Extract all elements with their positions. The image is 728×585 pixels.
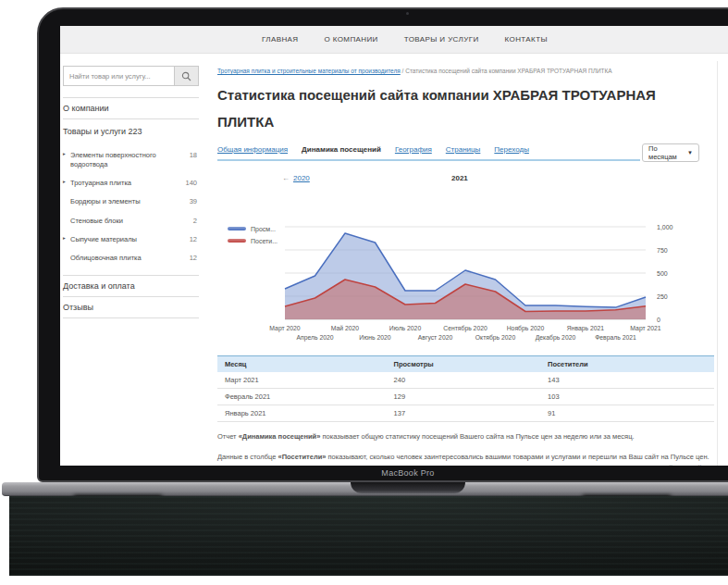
breadcrumb-current: Статистика посещений сайта компании ХРАБ… [405, 68, 611, 74]
sidebar-categories: ▸Элементы поверхностного водоотвода18▸Тр… [63, 146, 199, 268]
chart-legend: Просм...Посети... [228, 226, 278, 250]
current-year-label: 2021 [451, 174, 468, 182]
table-header: Месяц [217, 355, 387, 372]
chart-block: ← 2020 2021 Просм...Посети... 0250500750… [217, 165, 728, 346]
svg-text:Апрель 2020: Апрель 2020 [296, 334, 333, 342]
svg-text:Июнь 2020: Июнь 2020 [359, 334, 391, 341]
svg-text:Март 2020: Март 2020 [269, 325, 300, 332]
description-text: Отчет [217, 432, 239, 441]
tab-5[interactable]: Переходы [494, 145, 529, 154]
category-label: Сыпучие материалы [70, 235, 190, 244]
sidebar-item-products[interactable]: Товары и услуги 223 [63, 119, 199, 141]
products-label: Товары и услуги [63, 127, 126, 136]
svg-text:1,000: 1,000 [657, 223, 673, 230]
report-description-2: Данные в столбце «Посетители» показывают… [217, 452, 714, 467]
svg-text:750: 750 [657, 246, 668, 253]
prev-year-arrow-icon: ← [282, 174, 290, 182]
svg-text:Май 2020: Май 2020 [331, 325, 360, 331]
prev-year-link[interactable]: 2020 [293, 174, 310, 182]
category-count: 12 [190, 235, 199, 243]
sidebar-category[interactable]: ▸Сыпучие материалы12 [63, 230, 199, 249]
stats-table: МесяцПросмотрыПосетители Март 2021240143… [217, 355, 714, 422]
sidebar-category[interactable]: Бордюры и элементы39 [63, 193, 199, 211]
category-marker-icon: ▸ [63, 235, 70, 243]
table-cell: 91 [540, 405, 714, 421]
search-input[interactable] [63, 66, 174, 86]
legend-item-2[interactable]: Посети... [228, 238, 278, 244]
sidebar-category[interactable]: ▸Тротуарная плитка140 [63, 174, 199, 193]
period-dropdown[interactable]: По месяцам ▼ [642, 143, 699, 162]
macbook-label: MacBook Pro [381, 468, 434, 478]
legend-label: Посети... [251, 238, 278, 244]
table-cell: Март 2021 [217, 372, 387, 389]
visits-chart-svg: 02505007501,000Март 2020Апрель 2020Май 2… [285, 224, 698, 346]
svg-text:Февраль 2021: Февраль 2021 [595, 334, 636, 342]
main-nav: ГЛАВНАЯО КОМПАНИИТОВАРЫ И УСЛУГИКОНТАКТЫ [60, 26, 728, 54]
description-text: «Динамика посещений» [239, 432, 321, 441]
page-body: О компании Товары и услуги 223 ▸Элементы… [60, 54, 728, 466]
tabs: Общая информацияДинамика посещенийГеогра… [217, 145, 640, 161]
webcam-icon [406, 12, 409, 15]
category-count: 2 [193, 217, 199, 225]
table-cell: 137 [387, 405, 540, 421]
svg-text:Июль 2020: Июль 2020 [389, 325, 422, 331]
legend-swatch [228, 227, 246, 230]
table-header: Просмотры [387, 355, 540, 372]
sidebar-link-2[interactable]: Отзывы [63, 296, 199, 318]
nav-item-2[interactable]: О КОМПАНИИ [325, 35, 378, 44]
laptop-base-notch [351, 482, 465, 493]
breadcrumb-link[interactable]: Тротуарная плитка и строительные материа… [217, 68, 401, 74]
stats-table-head: МесяцПросмотрыПосетители [217, 355, 714, 372]
content-right-edge [717, 61, 718, 466]
category-label: Бордюры и элементы [70, 197, 190, 206]
laptop-screen: ГЛАВНАЯО КОМПАНИИТОВАРЫ И УСЛУГИКОНТАКТЫ… [60, 26, 728, 466]
table-cell: Январь 2021 [217, 405, 387, 421]
table-cell: 129 [387, 388, 540, 405]
nav-item-3[interactable]: ТОВАРЫ И УСЛУГИ [404, 35, 479, 44]
table-row: Март 2021240143 [217, 372, 714, 389]
main-content: Тротуарная плитка и строительные материа… [217, 54, 728, 466]
category-marker-icon: ▸ [63, 179, 70, 186]
category-marker-icon: ▸ [63, 151, 70, 158]
sidebar: О компании Товары и услуги 223 ▸Элементы… [63, 54, 199, 466]
category-count: 18 [190, 151, 199, 159]
tab-1[interactable]: Общая информация [217, 145, 288, 154]
search-button[interactable] [174, 66, 199, 86]
svg-text:Март 2021: Март 2021 [630, 325, 660, 332]
chevron-down-icon: ▼ [687, 150, 693, 156]
table-cell: Февраль 2021 [217, 388, 387, 405]
table-row: Январь 202113791 [217, 405, 714, 421]
table-header: Посетители [540, 355, 714, 372]
stats-table-body: Март 2021240143Февраль 2021129103Январь … [217, 372, 714, 422]
table-cell: 240 [387, 372, 540, 389]
tab-3[interactable]: География [395, 145, 432, 154]
svg-text:Ноябрь 2020: Ноябрь 2020 [507, 325, 545, 332]
legend-item-1[interactable]: Просм... [228, 226, 278, 232]
category-count: 39 [190, 197, 199, 205]
sidebar-category[interactable]: ▸Элементы поверхностного водоотвода18 [63, 146, 199, 174]
sidebar-category[interactable]: Стеновые блоки2 [63, 212, 199, 230]
report-description-1: Отчет «Динамика посещений» показывает об… [217, 431, 714, 442]
sidebar-bottom-links: Доставка и оплатаОтзывы [63, 275, 199, 318]
svg-text:Октябрь 2020: Октябрь 2020 [475, 334, 516, 342]
sidebar-category[interactable]: Облицовочная плитка12 [63, 249, 199, 268]
category-count: 12 [190, 254, 199, 262]
sidebar-item-about[interactable]: О компании [63, 97, 199, 119]
table-cell: 143 [540, 372, 714, 389]
breadcrumb: Тротуарная плитка и строительные материа… [217, 68, 728, 74]
description-text: показывает общую статистику посещений Ва… [320, 432, 634, 441]
year-nav: ← 2020 [282, 174, 310, 182]
category-label: Стеновые блоки [70, 217, 193, 226]
sidebar-link-1[interactable]: Доставка и оплата [63, 275, 199, 296]
nav-item-4[interactable]: КОНТАКТЫ [505, 35, 548, 44]
svg-text:Декабрь 2020: Декабрь 2020 [536, 334, 576, 342]
tab-4[interactable]: Страницы [446, 145, 481, 154]
page-title: Статистика посещений сайта компании ХРАБ… [217, 81, 702, 136]
magnifier-icon [181, 71, 191, 81]
category-count: 140 [185, 179, 199, 187]
nav-item-1[interactable]: ГЛАВНАЯ [262, 35, 299, 44]
svg-text:500: 500 [657, 269, 668, 276]
legend-swatch [228, 239, 246, 243]
tab-2[interactable]: Динамика посещений [302, 145, 381, 154]
svg-text:250: 250 [657, 292, 668, 299]
